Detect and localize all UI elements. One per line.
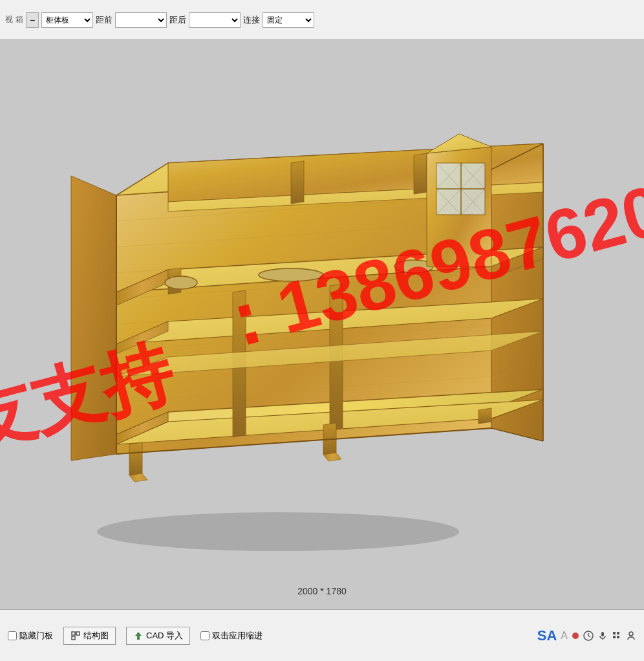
svg-point-71 (572, 633, 579, 639)
distance-back-label: 距后 (169, 14, 186, 26)
hide-panel-checkbox[interactable] (8, 631, 17, 640)
distance-front-select[interactable] (115, 12, 167, 28)
sa-brand-text: SA (537, 627, 557, 644)
svg-marker-26 (414, 153, 427, 194)
fixed-select[interactable]: 固定 (263, 12, 314, 28)
svg-marker-70 (135, 632, 142, 640)
toolbar-left-controls: 视 箱 (5, 14, 23, 25)
svg-point-39 (165, 276, 197, 289)
sa-logo-area: SA A (537, 627, 636, 644)
struct-icon (70, 631, 81, 641)
sa-separator: A (561, 630, 568, 642)
svg-marker-55 (129, 442, 142, 475)
sa-icon-group (572, 631, 636, 641)
svg-rect-68 (72, 636, 75, 640)
svg-rect-78 (617, 632, 619, 634)
svg-rect-75 (601, 632, 604, 636)
svg-point-81 (629, 632, 633, 636)
svg-rect-80 (617, 636, 619, 638)
svg-rect-67 (76, 632, 80, 635)
svg-point-40 (259, 268, 323, 281)
view-label: 视 (5, 14, 13, 25)
struct-diagram-button[interactable]: 结构图 (63, 627, 116, 645)
svg-rect-77 (613, 632, 616, 634)
clock-icon (583, 631, 594, 641)
svg-rect-79 (613, 636, 616, 638)
grid-icon (612, 631, 622, 641)
hide-panel-item: 隐藏门板 (8, 630, 53, 642)
furniture-3d-view (52, 92, 556, 558)
connect-label: 连接 (243, 14, 260, 26)
dot-icon (572, 632, 579, 640)
double-click-label: 双击应用缩进 (212, 630, 263, 642)
double-click-checkbox[interactable] (200, 631, 209, 640)
hide-panel-label: 隐藏门板 (19, 630, 53, 642)
mic-icon (597, 631, 608, 641)
cabinet-select[interactable]: 柜体板 (41, 12, 93, 28)
svg-line-74 (588, 636, 590, 637)
svg-point-0 (97, 512, 459, 551)
user-icon (626, 631, 636, 641)
distance-back-select[interactable] (189, 12, 241, 28)
settings-label: 箱 (16, 14, 23, 25)
upload-icon (133, 631, 144, 641)
svg-rect-66 (72, 632, 75, 635)
bottom-toolbar: 隐藏门板 结构图 CAD 导入 双击应用缩进 SA A (0, 609, 644, 661)
svg-marker-21 (71, 176, 116, 461)
cad-import-button[interactable]: CAD 导入 (126, 627, 190, 645)
double-click-item: 双击应用缩进 (200, 630, 263, 642)
dimensions-label: 2000 * 1780 (297, 586, 347, 596)
canvas-area[interactable]: 支支持 ：1386987620 2000 * 1780 (0, 40, 644, 609)
svg-marker-59 (478, 408, 491, 424)
top-toolbar: 视 箱 − 柜体板 距前 距后 连接 固定 (0, 0, 644, 40)
svg-marker-25 (291, 161, 304, 204)
distance-front-label: 距前 (96, 14, 113, 26)
minus-button[interactable]: − (26, 12, 39, 28)
